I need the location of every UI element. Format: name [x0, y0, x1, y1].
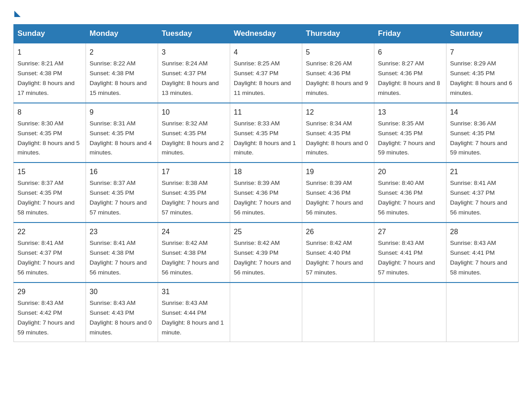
calendar-cell: 14Sunrise: 8:36 AMSunset: 4:35 PMDayligh…: [446, 103, 519, 163]
day-number: 16: [90, 167, 154, 177]
calendar-cell: 27Sunrise: 8:43 AMSunset: 4:41 PMDayligh…: [374, 223, 446, 283]
weekday-header-thursday: Thursday: [302, 25, 374, 43]
calendar-cell: [446, 283, 519, 342]
day-info: Sunrise: 8:33 AMSunset: 4:35 PMDaylight:…: [234, 120, 296, 156]
day-info: Sunrise: 8:37 AMSunset: 4:35 PMDaylight:…: [90, 180, 147, 216]
day-info: Sunrise: 8:41 AMSunset: 4:37 PMDaylight:…: [17, 240, 75, 276]
day-number: 2: [90, 47, 154, 58]
calendar-cell: [374, 283, 446, 342]
day-info: Sunrise: 8:41 AMSunset: 4:37 PMDaylight:…: [450, 180, 507, 216]
day-number: 9: [90, 107, 154, 118]
day-info: Sunrise: 8:21 AMSunset: 4:38 PMDaylight:…: [17, 60, 75, 96]
calendar-cell: 16Sunrise: 8:37 AMSunset: 4:35 PMDayligh…: [86, 163, 158, 223]
logo: [13, 9, 21, 16]
day-number: 7: [450, 47, 515, 58]
day-number: 11: [234, 107, 298, 118]
calendar-cell: 3Sunrise: 8:24 AMSunset: 4:37 PMDaylight…: [158, 43, 230, 103]
calendar-cell: 26Sunrise: 8:42 AMSunset: 4:40 PMDayligh…: [302, 223, 374, 283]
day-info: Sunrise: 8:43 AMSunset: 4:44 PMDaylight:…: [162, 300, 224, 336]
day-number: 30: [90, 287, 154, 297]
day-number: 28: [450, 227, 515, 237]
day-number: 10: [162, 107, 226, 118]
calendar-week-5: 29Sunrise: 8:43 AMSunset: 4:42 PMDayligh…: [14, 283, 519, 342]
day-number: 5: [306, 47, 370, 58]
calendar-cell: 5Sunrise: 8:26 AMSunset: 4:36 PMDaylight…: [302, 43, 374, 103]
day-info: Sunrise: 8:24 AMSunset: 4:37 PMDaylight:…: [162, 60, 219, 96]
calendar-cell: 19Sunrise: 8:39 AMSunset: 4:36 PMDayligh…: [302, 163, 374, 223]
day-number: 19: [306, 167, 370, 177]
logo-text: [13, 9, 21, 17]
weekday-header-saturday: Saturday: [446, 25, 519, 43]
day-number: 29: [17, 287, 82, 297]
calendar-cell: 20Sunrise: 8:40 AMSunset: 4:36 PMDayligh…: [374, 163, 446, 223]
calendar-week-4: 22Sunrise: 8:41 AMSunset: 4:37 PMDayligh…: [14, 223, 519, 283]
day-info: Sunrise: 8:32 AMSunset: 4:35 PMDaylight:…: [162, 120, 224, 156]
calendar-cell: 8Sunrise: 8:30 AMSunset: 4:35 PMDaylight…: [14, 103, 86, 163]
day-info: Sunrise: 8:41 AMSunset: 4:38 PMDaylight:…: [90, 240, 147, 276]
calendar-header: SundayMondayTuesdayWednesdayThursdayFrid…: [14, 25, 519, 43]
day-number: 24: [162, 227, 226, 237]
calendar-cell: [230, 283, 302, 342]
day-number: 1: [17, 47, 82, 58]
calendar-cell: 4Sunrise: 8:25 AMSunset: 4:37 PMDaylight…: [230, 43, 302, 103]
day-number: 22: [17, 227, 82, 237]
day-number: 8: [17, 107, 82, 118]
calendar-cell: 24Sunrise: 8:42 AMSunset: 4:38 PMDayligh…: [158, 223, 230, 283]
day-number: 31: [162, 287, 226, 297]
day-info: Sunrise: 8:42 AMSunset: 4:39 PMDaylight:…: [234, 240, 291, 276]
day-number: 12: [306, 107, 370, 118]
day-info: Sunrise: 8:27 AMSunset: 4:36 PMDaylight:…: [378, 60, 440, 96]
calendar-cell: 11Sunrise: 8:33 AMSunset: 4:35 PMDayligh…: [230, 103, 302, 163]
calendar-cell: 31Sunrise: 8:43 AMSunset: 4:44 PMDayligh…: [158, 283, 230, 342]
day-info: Sunrise: 8:22 AMSunset: 4:38 PMDaylight:…: [90, 60, 147, 96]
calendar-cell: 2Sunrise: 8:22 AMSunset: 4:38 PMDaylight…: [86, 43, 158, 103]
calendar-week-1: 1Sunrise: 8:21 AMSunset: 4:38 PMDaylight…: [14, 43, 519, 103]
day-number: 3: [162, 47, 226, 58]
day-number: 20: [378, 167, 442, 177]
day-info: Sunrise: 8:39 AMSunset: 4:36 PMDaylight:…: [234, 180, 291, 216]
calendar-cell: [302, 283, 374, 342]
calendar-cell: 15Sunrise: 8:37 AMSunset: 4:35 PMDayligh…: [14, 163, 86, 223]
calendar-cell: 7Sunrise: 8:29 AMSunset: 4:35 PMDaylight…: [446, 43, 519, 103]
day-info: Sunrise: 8:25 AMSunset: 4:37 PMDaylight:…: [234, 60, 291, 96]
weekday-header-tuesday: Tuesday: [158, 25, 230, 43]
day-info: Sunrise: 8:43 AMSunset: 4:43 PMDaylight:…: [90, 300, 152, 336]
day-number: 15: [17, 167, 82, 177]
calendar-cell: 6Sunrise: 8:27 AMSunset: 4:36 PMDaylight…: [374, 43, 446, 103]
day-info: Sunrise: 8:26 AMSunset: 4:36 PMDaylight:…: [306, 60, 368, 96]
calendar-table: SundayMondayTuesdayWednesdayThursdayFrid…: [13, 24, 519, 342]
day-number: 14: [450, 107, 515, 118]
calendar-cell: 10Sunrise: 8:32 AMSunset: 4:35 PMDayligh…: [158, 103, 230, 163]
weekday-header-sunday: Sunday: [14, 25, 86, 43]
calendar-cell: 23Sunrise: 8:41 AMSunset: 4:38 PMDayligh…: [86, 223, 158, 283]
day-number: 17: [162, 167, 226, 177]
day-info: Sunrise: 8:31 AMSunset: 4:35 PMDaylight:…: [90, 120, 152, 156]
day-info: Sunrise: 8:43 AMSunset: 4:42 PMDaylight:…: [17, 300, 75, 336]
day-info: Sunrise: 8:36 AMSunset: 4:35 PMDaylight:…: [450, 120, 507, 156]
day-info: Sunrise: 8:34 AMSunset: 4:35 PMDaylight:…: [306, 120, 368, 156]
calendar-cell: 18Sunrise: 8:39 AMSunset: 4:36 PMDayligh…: [230, 163, 302, 223]
calendar-cell: 21Sunrise: 8:41 AMSunset: 4:37 PMDayligh…: [446, 163, 519, 223]
day-info: Sunrise: 8:39 AMSunset: 4:36 PMDaylight:…: [306, 180, 363, 216]
day-number: 4: [234, 47, 298, 58]
day-info: Sunrise: 8:43 AMSunset: 4:41 PMDaylight:…: [450, 240, 507, 276]
day-number: 25: [234, 227, 298, 237]
calendar-cell: 1Sunrise: 8:21 AMSunset: 4:38 PMDaylight…: [14, 43, 86, 103]
calendar-cell: 22Sunrise: 8:41 AMSunset: 4:37 PMDayligh…: [14, 223, 86, 283]
weekday-header-friday: Friday: [374, 25, 446, 43]
calendar-week-2: 8Sunrise: 8:30 AMSunset: 4:35 PMDaylight…: [14, 103, 519, 163]
calendar-cell: 29Sunrise: 8:43 AMSunset: 4:42 PMDayligh…: [14, 283, 86, 342]
calendar-cell: 13Sunrise: 8:35 AMSunset: 4:35 PMDayligh…: [374, 103, 446, 163]
day-info: Sunrise: 8:37 AMSunset: 4:35 PMDaylight:…: [17, 180, 75, 216]
day-number: 13: [378, 107, 442, 118]
weekday-row: SundayMondayTuesdayWednesdayThursdayFrid…: [14, 25, 519, 43]
day-number: 18: [234, 167, 298, 177]
day-info: Sunrise: 8:42 AMSunset: 4:40 PMDaylight:…: [306, 240, 363, 276]
calendar-cell: 28Sunrise: 8:43 AMSunset: 4:41 PMDayligh…: [446, 223, 519, 283]
calendar-cell: 25Sunrise: 8:42 AMSunset: 4:39 PMDayligh…: [230, 223, 302, 283]
calendar-week-3: 15Sunrise: 8:37 AMSunset: 4:35 PMDayligh…: [14, 163, 519, 223]
day-number: 23: [90, 227, 154, 237]
day-number: 21: [450, 167, 515, 177]
day-info: Sunrise: 8:35 AMSunset: 4:35 PMDaylight:…: [378, 120, 435, 156]
page-header: [13, 9, 519, 16]
